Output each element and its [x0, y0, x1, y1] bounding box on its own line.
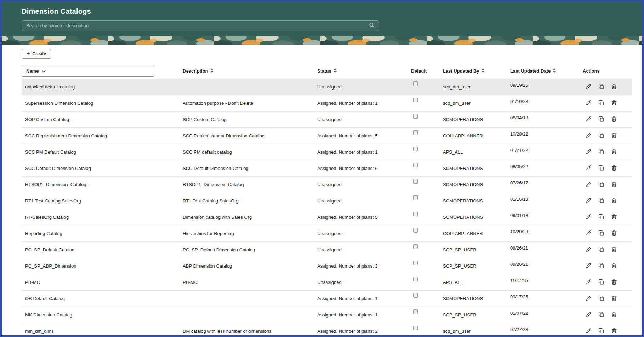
- column-header-actions: Actions: [583, 68, 632, 74]
- duplicate-button[interactable]: [598, 295, 605, 303]
- duplicate-button[interactable]: [598, 115, 605, 124]
- duplicate-button[interactable]: [598, 164, 605, 173]
- table-row[interactable]: SCC Replenishment Dimension Catalog SCC …: [22, 128, 632, 144]
- delete-button[interactable]: [610, 115, 618, 124]
- edit-button[interactable]: [585, 115, 592, 124]
- delete-button[interactable]: [610, 295, 618, 303]
- create-button[interactable]: + Create: [22, 49, 51, 59]
- delete-button[interactable]: [610, 311, 618, 319]
- edit-button[interactable]: [585, 197, 592, 205]
- duplicate-button[interactable]: [598, 99, 605, 108]
- duplicate-icon: [598, 230, 604, 237]
- edit-button[interactable]: [585, 327, 592, 336]
- cell-last-updated-date: 08/26/21: [510, 258, 583, 267]
- default-checkbox[interactable]: [413, 277, 418, 281]
- cell-default: [411, 144, 443, 152]
- default-checkbox[interactable]: [413, 179, 418, 184]
- default-checkbox[interactable]: [413, 293, 418, 298]
- delete-button[interactable]: [610, 181, 618, 189]
- duplicate-button[interactable]: [598, 278, 605, 287]
- delete-button[interactable]: [610, 148, 618, 156]
- table-row[interactable]: SOP Custom Catalog SOP Custom Catalog Un…: [22, 112, 632, 128]
- name-header-box[interactable]: Name: [22, 65, 154, 77]
- table-row[interactable]: PC_SP_Default Catalog PC_SP_Default Dime…: [22, 242, 632, 258]
- delete-button[interactable]: [610, 83, 618, 91]
- duplicate-button[interactable]: [598, 229, 605, 238]
- column-header-default: Default: [411, 68, 443, 74]
- plus-icon: +: [27, 51, 30, 57]
- column-header-description[interactable]: Description: [183, 68, 317, 74]
- delete-button[interactable]: [610, 164, 618, 173]
- duplicate-button[interactable]: [598, 246, 605, 254]
- default-checkbox[interactable]: [413, 326, 418, 330]
- table-row[interactable]: unlocked default catalog Unassigned scp_…: [22, 79, 632, 95]
- table-row[interactable]: RT-SalesOrg Catalog Dimension catalog wi…: [22, 209, 632, 225]
- duplicate-button[interactable]: [598, 197, 605, 205]
- table-row[interactable]: PB-MC PB-MC Unassigned APS_ALL 11/27/15: [22, 274, 632, 291]
- edit-button[interactable]: [585, 99, 592, 108]
- table-row[interactable]: SCC Default Dimension Catalog SCC Defaul…: [22, 160, 632, 177]
- edit-button[interactable]: [585, 213, 592, 222]
- default-checkbox[interactable]: [413, 228, 418, 233]
- table-row[interactable]: Supersession Dimension Catalog Automatio…: [22, 95, 632, 112]
- edit-button[interactable]: [585, 229, 592, 238]
- duplicate-button[interactable]: [598, 132, 605, 140]
- duplicate-button[interactable]: [598, 181, 605, 189]
- delete-button[interactable]: [610, 132, 618, 140]
- edit-button[interactable]: [585, 83, 592, 91]
- edit-button[interactable]: [585, 164, 592, 173]
- edit-button[interactable]: [585, 148, 592, 156]
- delete-button[interactable]: [610, 229, 618, 238]
- default-checkbox[interactable]: [413, 98, 418, 102]
- default-checkbox[interactable]: [413, 163, 418, 167]
- duplicate-button[interactable]: [598, 327, 605, 336]
- edit-button[interactable]: [585, 295, 592, 303]
- default-checkbox[interactable]: [413, 261, 418, 265]
- table-row[interactable]: Reporting Catalog Hierarchies for Report…: [22, 225, 632, 242]
- edit-button[interactable]: [585, 262, 592, 270]
- delete-button[interactable]: [610, 278, 618, 287]
- default-checkbox[interactable]: [413, 309, 418, 314]
- column-header-status[interactable]: Status: [317, 68, 411, 74]
- search-button[interactable]: [367, 22, 379, 29]
- column-header-last-updated-date[interactable]: Last Updated Date: [510, 68, 583, 74]
- edit-button[interactable]: [585, 132, 592, 140]
- duplicate-button[interactable]: [598, 213, 605, 222]
- delete-button[interactable]: [610, 213, 618, 222]
- cell-default: [411, 291, 443, 299]
- default-checkbox[interactable]: [413, 81, 418, 86]
- delete-button[interactable]: [610, 197, 618, 205]
- duplicate-button[interactable]: [598, 311, 605, 319]
- column-header-last-updated-by[interactable]: Last Updated By: [443, 68, 510, 74]
- default-checkbox[interactable]: [413, 147, 418, 151]
- cell-default: [411, 177, 443, 185]
- cell-last-updated-by: SCP_SP_USER: [443, 263, 510, 269]
- edit-icon: [586, 246, 592, 253]
- duplicate-button[interactable]: [598, 83, 605, 91]
- default-checkbox[interactable]: [413, 114, 418, 119]
- search-input[interactable]: [22, 21, 367, 31]
- duplicate-button[interactable]: [598, 148, 605, 156]
- default-checkbox[interactable]: [413, 195, 418, 200]
- edit-button[interactable]: [585, 311, 592, 319]
- default-checkbox[interactable]: [413, 244, 418, 249]
- delete-button[interactable]: [610, 327, 618, 336]
- table-row[interactable]: min_dm_dims DM catalog with less number …: [22, 323, 632, 337]
- default-checkbox[interactable]: [413, 130, 418, 135]
- delete-button[interactable]: [610, 99, 618, 108]
- table-row[interactable]: MK Dimension Catalog Assigned. Number of…: [22, 307, 632, 323]
- edit-button[interactable]: [585, 181, 592, 189]
- cell-description: SCC PM default catalog: [183, 149, 317, 155]
- default-checkbox[interactable]: [413, 212, 418, 216]
- table-row[interactable]: OB Default Catalog Assigned. Number of p…: [22, 291, 632, 307]
- table-row[interactable]: RT1 Test Catalog SalesOrg RT1 Test Catal…: [22, 193, 632, 209]
- delete-button[interactable]: [610, 246, 618, 254]
- edit-button[interactable]: [585, 246, 592, 254]
- delete-button[interactable]: [610, 262, 618, 270]
- column-header-name[interactable]: Name: [22, 65, 183, 77]
- table-row[interactable]: RTSOP1_Dimension_Catalog RTSOP1_Dimensio…: [22, 177, 632, 193]
- duplicate-button[interactable]: [598, 262, 605, 270]
- table-row[interactable]: SCC PM Default Catalog SCC PM default ca…: [22, 144, 632, 160]
- edit-button[interactable]: [585, 278, 592, 287]
- table-row[interactable]: PC_SP_ABP_Dimension ABP Dimension Catalo…: [22, 258, 632, 274]
